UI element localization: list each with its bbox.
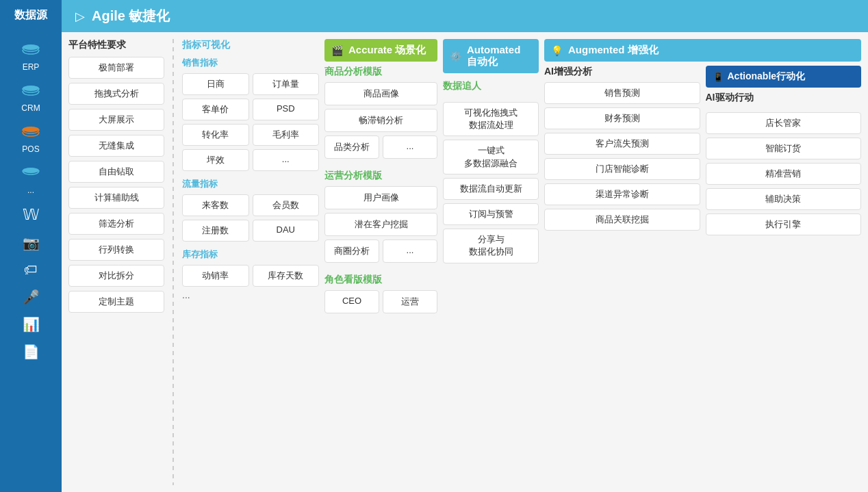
more-db-icon: [18, 165, 43, 184]
metric-item-4[interactable]: 转化率: [182, 124, 249, 146]
sidebar-title: 数据源: [0, 0, 62, 31]
ai-drive-item-2[interactable]: 精准营销: [706, 163, 862, 185]
svg-point-2: [23, 127, 39, 132]
sales-metrics: 销售指标 日商 订单量 客单价 PSD 转化率 毛利率 坪效 ...: [182, 57, 319, 171]
svg-point-1: [23, 86, 39, 91]
sidebar-item-pos[interactable]: POS: [18, 121, 43, 157]
accurate-banner: 🎬 Accurate 场景化: [324, 39, 437, 62]
actionable-icon: 📱: [713, 72, 724, 82]
svg-point-3: [23, 168, 39, 173]
role-title: 角色看版模版: [324, 274, 437, 286]
goods-item-0[interactable]: 商品画像: [324, 82, 437, 105]
platform-title: 平台特性要求: [68, 39, 164, 51]
main-content: ▷ Agile 敏捷化 平台特性要求 极简部署 拖拽式分析 大屏展示 无缝集成 …: [62, 0, 868, 492]
tracking-item-4[interactable]: 分享与数据化协同: [443, 229, 539, 263]
metric-item-5[interactable]: 毛利率: [253, 124, 320, 146]
metric-item-0[interactable]: 日商: [182, 73, 249, 95]
goods-title: 商品分析模版: [324, 66, 437, 78]
tracking-section-title: 数据追人: [443, 80, 539, 92]
metric-item-1[interactable]: 订单量: [253, 73, 320, 95]
automated-banner: ⚙️ Automated 自动化: [443, 39, 539, 73]
platform-item-7[interactable]: 行列转换: [68, 239, 164, 261]
ai-item-0[interactable]: 销售预测: [544, 82, 700, 104]
ai-drive-item-1[interactable]: 智能订货: [706, 138, 862, 159]
goods-item-1[interactable]: 畅滞销分析: [324, 109, 437, 132]
tracking-item-1[interactable]: 一键式多数据源融合: [443, 140, 539, 174]
ai-drive-section-title: AI驱动行动: [706, 92, 862, 104]
platform-item-2[interactable]: 大屏展示: [68, 109, 164, 131]
sidebar-item-excel[interactable]: 📊: [23, 313, 40, 335]
sidebar-item-crm[interactable]: CRM: [18, 80, 43, 116]
ops-item-2[interactable]: 商圈分析: [324, 239, 379, 263]
divider-1: [173, 39, 174, 485]
header-bar: ▷ Agile 敏捷化: [62, 0, 868, 32]
ai-item-2[interactable]: 客户流失预测: [544, 133, 700, 155]
header-title: Agile 敏捷化: [92, 7, 170, 25]
tracking-item-0[interactable]: 可视化拖拽式数据流处理: [443, 102, 539, 136]
goods-item-3[interactable]: ...: [383, 135, 437, 159]
ops-item-3[interactable]: ...: [383, 239, 437, 263]
crm-label: CRM: [21, 103, 40, 113]
ai-analysis-title: AI增强分析: [544, 66, 700, 78]
actionable-banner: 📱 Actionable行动化: [706, 66, 862, 88]
goods-item-2[interactable]: 品类分析: [324, 135, 379, 159]
ai-analysis-section: AI增强分析 销售预测 财务预测 客户流失预测 门店智能诊断 渠道异常诊断 商品…: [544, 66, 700, 485]
metric-item-7[interactable]: ...: [253, 149, 320, 171]
ai-drive-item-3[interactable]: 辅助决策: [706, 188, 862, 210]
augmented-title: Augmented 增强化: [568, 44, 659, 57]
agile-icon: ▷: [75, 9, 85, 24]
tracking-item-3[interactable]: 订阅与预警: [443, 203, 539, 225]
role-ops[interactable]: 运营: [383, 290, 437, 313]
metric-item-3[interactable]: PSD: [253, 99, 320, 120]
platform-item-4[interactable]: 自由钻取: [68, 161, 164, 183]
ops-item-1[interactable]: 潜在客户挖掘: [324, 213, 437, 236]
sidebar-item-doc[interactable]: 📄: [23, 341, 40, 363]
augmented-icon: 💡: [551, 45, 563, 56]
sidebar-item-social[interactable]: 𝕎: [23, 203, 39, 226]
augmented-banner: 💡 Augmented 增强化: [544, 39, 861, 62]
sidebar-item-more[interactable]: ...: [18, 162, 43, 198]
sidebar: 数据源 ERP: [0, 0, 62, 492]
role-ceo[interactable]: CEO: [324, 290, 379, 313]
inventory-dots: ...: [182, 289, 319, 300]
platform-item-5[interactable]: 计算辅助线: [68, 187, 164, 209]
platform-item-6[interactable]: 筛选分析: [68, 213, 164, 235]
traffic-title: 流量指标: [182, 178, 319, 190]
platform-item-0[interactable]: 极简部署: [68, 57, 164, 79]
metric-item-2[interactable]: 客单价: [182, 99, 249, 120]
ai-drive-item-4[interactable]: 执行引擎: [706, 213, 862, 235]
metric-item-6[interactable]: 坪效: [182, 149, 249, 171]
ai-item-3[interactable]: 门店智能诊断: [544, 158, 700, 180]
ai-item-4[interactable]: 渠道异常诊断: [544, 183, 700, 205]
more-db-label: ...: [27, 185, 34, 195]
metric-traffic-0[interactable]: 来客数: [182, 194, 249, 216]
platform-item-8[interactable]: 对比拆分: [68, 265, 164, 287]
sidebar-item-mic[interactable]: 🎤: [23, 286, 40, 308]
metric-traffic-1[interactable]: 会员数: [253, 194, 320, 216]
platform-item-1[interactable]: 拖拽式分析: [68, 83, 164, 105]
body-area: 平台特性要求 极简部署 拖拽式分析 大屏展示 无缝集成 自由钻取 计算辅助线 筛…: [62, 32, 868, 492]
accurate-title: Accurate 场景化: [348, 44, 426, 57]
platform-item-3[interactable]: 无缝集成: [68, 135, 164, 157]
sidebar-item-erp[interactable]: ERP: [18, 39, 43, 75]
role-models: 角色看版模版 CEO 运营: [324, 274, 437, 313]
metrics-column: 指标可视化 销售指标 日商 订单量 客单价 PSD 转化率 毛利率 坪效 ...: [182, 39, 319, 485]
metric-inv-1[interactable]: 库存天数: [253, 265, 320, 287]
traffic-metrics: 流量指标 来客数 会员数 注册数 DAU: [182, 178, 319, 242]
platform-item-9[interactable]: 定制主题: [68, 291, 164, 313]
ai-drive-item-0[interactable]: 店长管家: [706, 112, 862, 134]
ai-item-5[interactable]: 商品关联挖掘: [544, 209, 700, 231]
metric-traffic-3[interactable]: DAU: [253, 220, 320, 242]
ops-item-0[interactable]: 用户画像: [324, 186, 437, 209]
sidebar-item-camera[interactable]: 📷: [23, 232, 40, 254]
pos-label: POS: [22, 144, 39, 154]
metric-traffic-2[interactable]: 注册数: [182, 220, 249, 242]
tracking-items: 可视化拖拽式数据流处理 一键式多数据源融合 数据流自动更新 订阅与预警 分享与数…: [443, 102, 539, 263]
sidebar-item-tag[interactable]: 🏷: [24, 259, 38, 281]
goods-models: 商品分析模版 商品画像 畅滞销分析 品类分析 ...: [324, 66, 437, 159]
actionable-section: 📱 Actionable行动化 AI驱动行动 店长管家 智能订货 精准营销 辅助…: [706, 66, 862, 485]
tracking-item-2[interactable]: 数据流自动更新: [443, 178, 539, 200]
ai-item-1[interactable]: 财务预测: [544, 107, 700, 129]
platform-column: 平台特性要求 极简部署 拖拽式分析 大屏展示 无缝集成 自由钻取 计算辅助线 筛…: [68, 39, 164, 485]
metric-inv-0[interactable]: 动销率: [182, 265, 249, 287]
